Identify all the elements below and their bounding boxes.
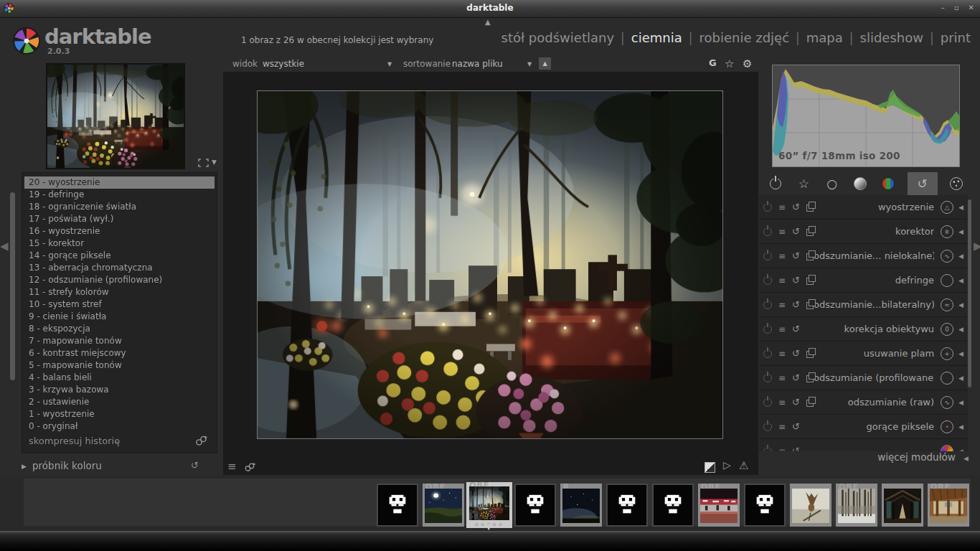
presets-icon[interactable]: ≡ — [778, 277, 786, 284]
filmstrip-thumb[interactable]: OBE — [423, 484, 464, 527]
module-power-icon[interactable] — [763, 398, 772, 407]
zoom-level-dropdown-icon[interactable]: ▼ — [212, 159, 217, 166]
history-item[interactable]: 18 - ograniczenie światła — [24, 201, 215, 213]
filmstrip-thumb[interactable] — [882, 484, 923, 527]
filmstrip-thumb[interactable] — [652, 484, 694, 527]
expander-icon[interactable]: ◀ — [958, 399, 963, 406]
module-power-icon[interactable] — [763, 227, 772, 236]
history-item[interactable]: 5 - mapowanie tonów — [24, 359, 215, 372]
reset-icon[interactable]: ↺ — [792, 374, 800, 382]
reset-icon[interactable]: ↺ — [792, 349, 800, 358]
filmstrip-thumb[interactable]: R — [560, 484, 602, 527]
history-item[interactable]: 8 - ekspozycja — [24, 323, 215, 335]
history-item[interactable]: 12 - odszumianie (profilowane) — [24, 274, 215, 286]
history-item[interactable]: 3 - krzywa bazowa — [24, 384, 215, 396]
presets-icon[interactable]: ≡ — [778, 423, 786, 430]
multi-instance-icon[interactable] — [806, 302, 814, 309]
right-panel-collapse-icon[interactable]: ▶ — [974, 240, 980, 253]
module-row[interactable]: ≡↺usuwanie plam+◀ — [759, 342, 968, 366]
reset-icon[interactable]: ↺ — [792, 227, 800, 236]
expander-icon[interactable]: ◀ — [958, 375, 963, 382]
group-correction-undo-arrow-icon[interactable]: ↺ — [908, 172, 938, 195]
history-item[interactable]: 11 - strefy kolorów — [24, 286, 215, 298]
group-effects-dotted-circle-icon[interactable] — [947, 174, 966, 193]
zoom-fit-icon[interactable] — [198, 159, 209, 167]
history-item[interactable]: 2 - ustawienie — [24, 396, 215, 408]
module-row[interactable]: ≡↺odszumianie... nielokalne)∿◀ — [759, 244, 968, 268]
history-item[interactable]: 1 - wyostrzenie — [24, 408, 215, 420]
expander-icon[interactable]: ◀ — [958, 228, 963, 235]
color-picker-label[interactable]: próbnik koloru — [32, 460, 102, 471]
history-item[interactable]: 15 - korektor — [24, 237, 215, 250]
minimize-button[interactable]: – — [941, 4, 945, 12]
reset-icon[interactable]: ↺ — [792, 398, 800, 407]
group-favorites-star-icon[interactable]: ☆ — [794, 174, 813, 193]
multi-instance-icon[interactable] — [806, 278, 814, 285]
top-panel-expander-icon[interactable]: ▲ — [485, 18, 491, 26]
view-filter-dropdown-icon[interactable]: ▼ — [387, 61, 392, 67]
mode-st-pod-wietlany[interactable]: stół podświetlany — [501, 30, 614, 45]
module-power-icon[interactable] — [763, 301, 772, 309]
gear-icon[interactable]: ⚙ — [743, 57, 752, 70]
module-power-icon[interactable] — [763, 276, 772, 285]
history-item[interactable]: 6 - kontrast miejscowy — [24, 347, 215, 359]
left-panel-collapse-icon[interactable]: ◀ — [0, 240, 9, 253]
reset-icon[interactable]: ↺ — [792, 325, 800, 334]
history-item[interactable]: 16 - wyostrzenie — [24, 225, 215, 237]
presets-icon[interactable]: ≡ — [778, 228, 786, 235]
module-row[interactable]: ≡↺odszumianie...bilateralny)≈◀ — [759, 293, 968, 317]
module-power-icon[interactable] — [763, 423, 772, 431]
reset-icon[interactable]: ↺ — [792, 301, 800, 309]
history-scrollbar[interactable] — [10, 192, 15, 380]
expander-icon[interactable]: ◀ — [958, 423, 963, 430]
reset-icon[interactable]: ↺ — [191, 460, 199, 471]
gamut-check-icon[interactable]: ⚠ — [739, 459, 748, 472]
mode-robienie-zdj-[interactable]: robienie zdjęć — [699, 30, 789, 45]
filmstrip-thumb[interactable]: OBE — [836, 484, 877, 527]
module-row[interactable]: ≡↺defringe◀ — [759, 268, 968, 293]
main-image[interactable] — [257, 90, 723, 439]
presets-icon[interactable]: ≡ — [778, 350, 786, 357]
multi-instance-icon[interactable] — [806, 351, 814, 358]
history-item[interactable]: 17 - poświata (wył.) — [24, 213, 215, 225]
hamburger-icon[interactable]: ≡ — [227, 460, 237, 473]
multi-instance-icon[interactable] — [806, 400, 814, 407]
module-row[interactable]: ≡↺odszumianie (profilowane)◀ — [759, 366, 968, 390]
history-item[interactable]: 14 - gorące piksele — [24, 250, 215, 262]
mode-print[interactable]: print — [941, 30, 971, 45]
presets-icon[interactable]: ≡ — [778, 301, 786, 309]
presets-icon[interactable]: ≡ — [778, 326, 786, 333]
presets-icon[interactable]: ≡ — [778, 204, 786, 211]
group-basic-circle-icon[interactable]: ○ — [823, 174, 842, 193]
filmstrip-thumb[interactable] — [790, 484, 831, 527]
color-picker-section[interactable]: ▶ próbnik koloru ↺ — [22, 460, 217, 474]
mode-ciemnia[interactable]: ciemnia — [631, 30, 682, 45]
expander-icon[interactable]: ◀ — [958, 277, 963, 284]
group-tone-tone-circle-icon[interactable] — [851, 174, 870, 193]
sort-dropdown-icon[interactable]: ▼ — [527, 61, 532, 67]
module-power-icon[interactable] — [763, 325, 772, 334]
compress-history-button[interactable]: skompresuj historię — [29, 435, 120, 446]
module-row[interactable]: ≡↺gorące piksele•◀ — [759, 415, 968, 439]
star-filter-icon[interactable]: ☆ — [725, 57, 734, 70]
overexposure-icon[interactable] — [705, 462, 715, 473]
history-item[interactable]: 10 - system stref — [24, 298, 215, 311]
filmstrip-thumb[interactable] — [606, 484, 648, 527]
module-row[interactable]: ≡↺odszumianie (raw)∿◀ — [759, 390, 968, 415]
module-row[interactable]: ≡↺korekcja obiektywu0◀ — [759, 317, 968, 342]
history-item[interactable]: 7 - mapowanie tonów — [24, 335, 215, 347]
navigation-thumbnail[interactable] — [46, 63, 185, 169]
close-button[interactable]: ✕ — [969, 4, 974, 12]
filmstrip-thumb[interactable]: OBE — [698, 484, 740, 527]
presets-icon[interactable]: ≡ — [778, 399, 786, 406]
history-item[interactable]: 9 - cienie i światła — [24, 311, 215, 323]
presets-icon[interactable]: ≡ — [778, 375, 786, 382]
mode-mapa[interactable]: mapa — [806, 30, 843, 45]
softproof-icon[interactable]: ▷ — [723, 459, 731, 471]
snapshot-icon[interactable] — [245, 463, 256, 472]
group-active-power-icon[interactable] — [766, 174, 785, 193]
reset-icon[interactable]: ↺ — [792, 423, 800, 431]
history-item[interactable]: 13 - aberracja chromatyczna — [24, 262, 215, 274]
expander-icon[interactable]: ◀ — [958, 253, 963, 260]
maximize-button[interactable]: ▫ — [954, 4, 959, 12]
